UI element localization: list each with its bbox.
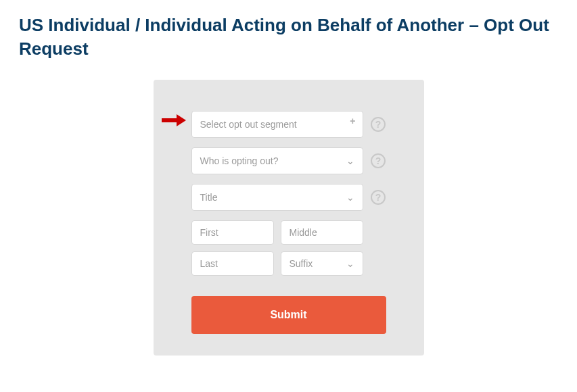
title-select[interactable]: Title ⌄ — [191, 184, 363, 211]
plus-icon: + — [350, 116, 355, 126]
form-wrapper: Select opt out segment + ? Who is opting… — [19, 80, 558, 356]
chevron-down-icon: ⌄ — [346, 192, 354, 203]
last-name-input[interactable]: Last — [191, 251, 274, 276]
title-row: Title ⌄ ? — [191, 184, 386, 211]
spacer — [370, 251, 386, 276]
segment-placeholder: Select opt out segment — [200, 119, 297, 130]
segment-row: Select opt out segment + ? — [191, 111, 386, 138]
last-placeholder: Last — [200, 258, 218, 269]
spacer — [370, 220, 386, 245]
title-placeholder: Title — [200, 192, 218, 203]
svg-text:?: ? — [375, 119, 381, 130]
form-card: Select opt out segment + ? Who is opting… — [154, 80, 424, 356]
middle-name-input[interactable]: Middle — [281, 220, 363, 245]
chevron-down-icon: ⌄ — [346, 258, 354, 269]
last-suffix-row: Last Suffix ⌄ — [191, 251, 386, 276]
first-placeholder: First — [200, 227, 218, 238]
page-title: US Individual / Individual Acting on Beh… — [19, 14, 558, 61]
svg-text:?: ? — [375, 155, 381, 166]
suffix-select[interactable]: Suffix ⌄ — [281, 251, 363, 276]
chevron-down-icon: ⌄ — [346, 155, 354, 166]
segment-select[interactable]: Select opt out segment + — [191, 111, 363, 138]
first-middle-row: First Middle — [191, 220, 386, 245]
who-placeholder: Who is opting out? — [200, 155, 279, 166]
first-name-input[interactable]: First — [191, 220, 274, 245]
svg-text:?: ? — [375, 192, 381, 203]
red-arrow-annotation-icon — [162, 114, 186, 130]
help-icon[interactable]: ? — [370, 189, 386, 205]
help-icon[interactable]: ? — [370, 116, 386, 132]
submit-button[interactable]: Submit — [191, 296, 386, 334]
suffix-placeholder: Suffix — [290, 258, 313, 269]
who-row: Who is opting out? ⌄ ? — [191, 147, 386, 174]
help-icon[interactable]: ? — [370, 153, 386, 169]
middle-placeholder: Middle — [290, 227, 317, 238]
who-select[interactable]: Who is opting out? ⌄ — [191, 147, 363, 174]
